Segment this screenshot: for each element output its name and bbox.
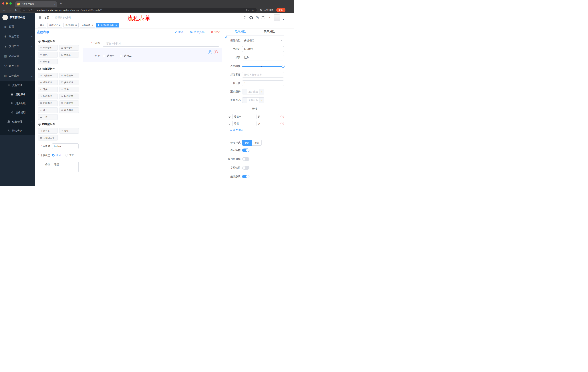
decrease-icon[interactable]: −	[242, 89, 247, 94]
chip-date-range[interactable]: ▥日期范围	[59, 100, 79, 106]
phone-input[interactable]	[103, 40, 219, 47]
link-icon[interactable]	[225, 36, 228, 39]
sidebar-item-process-management[interactable]: ≣ 流程管理 ▴	[0, 81, 35, 90]
sidebar-item-dev-tools[interactable]: ⚒ 研发工具 ▾	[0, 61, 35, 71]
option1-name-input[interactable]	[232, 114, 255, 119]
form-grid-slider[interactable]	[242, 63, 284, 69]
increase-icon[interactable]: +	[259, 89, 264, 94]
tag-close-icon[interactable]: ✕	[75, 24, 77, 26]
reload-icon[interactable]: ↻	[15, 9, 18, 12]
min-select-value[interactable]: 至少应选	[247, 89, 259, 94]
tag-process-form[interactable]: 流程表单✕	[80, 23, 95, 28]
delete-component-icon[interactable]	[214, 50, 218, 54]
minimize-window-button[interactable]	[6, 2, 8, 5]
tag-process-form-edit[interactable]: 流程表单-编辑✕	[96, 23, 119, 28]
chip-cascader[interactable]: ⋔级联选择	[59, 73, 79, 78]
breadcrumb-home[interactable]: 首页	[44, 16, 49, 19]
browser-tab[interactable]: 芋道管理系统 ✕	[15, 1, 57, 7]
border-toggle[interactable]	[242, 157, 249, 161]
chip-button[interactable]: ▱按钮	[59, 128, 79, 134]
status-off-radio[interactable]: 关闭	[65, 154, 74, 157]
chip-color-picker[interactable]: ⊚颜色选择	[59, 107, 79, 113]
sidebar-item-infrastructure[interactable]: ▦ 基础设施 ▾	[0, 51, 35, 61]
max-select-stepper[interactable]: − 最多可选 +	[242, 97, 264, 103]
chip-password[interactable]: ∗密码	[38, 52, 58, 57]
tag-close-icon[interactable]: ✕	[115, 24, 117, 26]
drag-handle-icon[interactable]	[228, 115, 231, 118]
tag-process-model[interactable]: 流程模型✕	[63, 23, 79, 28]
drag-handle-icon[interactable]	[228, 122, 231, 125]
github-icon[interactable]	[249, 16, 253, 20]
option2-name-input[interactable]	[232, 121, 255, 126]
slider-handle[interactable]	[282, 65, 284, 68]
show-label-toggle[interactable]	[242, 149, 249, 152]
tag-close-icon[interactable]: ✕	[59, 24, 61, 26]
gender-field[interactable]: 性别 选项一 选项二	[83, 54, 222, 57]
phone-field[interactable]: 手机号	[83, 40, 219, 47]
disabled-toggle[interactable]	[242, 166, 249, 170]
form-canvas[interactable]: 手机号 性别 选项一	[81, 36, 224, 186]
search-icon[interactable]	[243, 16, 247, 19]
sidebar-item-leave-query[interactable]: 请假查询	[0, 126, 35, 135]
tag-process-definition[interactable]: 流程定义✕	[47, 23, 63, 28]
chip-select[interactable]: ⊙下拉选择	[38, 73, 58, 78]
decrease-icon[interactable]: −	[242, 97, 247, 103]
close-window-button[interactable]	[2, 2, 4, 5]
add-option-button[interactable]: ⊕ 添加选项	[230, 129, 284, 132]
chip-row-container[interactable]: ▢行容器	[38, 128, 58, 134]
tag-home[interactable]: 首页	[38, 23, 46, 28]
help-icon[interactable]: ?	[256, 16, 259, 19]
sidebar-item-task-management[interactable]: 任务管理 ▾	[0, 117, 35, 126]
new-tab-button[interactable]: +	[60, 2, 62, 5]
chip-upload[interactable]: ☁上传	[38, 114, 58, 120]
chip-date-picker[interactable]: ▤日期选择	[38, 100, 58, 106]
chip-checkbox-group[interactable]: ☑多选框组	[59, 80, 79, 85]
tab-form-properties[interactable]: 表单属性	[264, 28, 275, 35]
chip-counter[interactable]: 123计数器	[59, 52, 79, 57]
remark-textarea[interactable]: 嘿嘿	[52, 162, 79, 172]
font-size-icon[interactable]: TT	[267, 16, 270, 19]
key-icon[interactable]	[246, 9, 249, 11]
style-button-button[interactable]: 按钮	[252, 140, 262, 146]
gender-option2-checkbox[interactable]: 选项二	[120, 54, 132, 57]
sidebar-item-payment-management[interactable]: ¥ 支付管理 ▾	[0, 42, 35, 51]
style-default-button[interactable]: 默认	[242, 140, 252, 146]
form-name-input[interactable]	[52, 143, 79, 149]
max-select-value[interactable]: 最多可选	[247, 97, 259, 103]
component-type-select[interactable]: 多选框组 ▾	[242, 38, 284, 43]
title-input[interactable]	[242, 55, 284, 60]
min-select-stepper[interactable]: − 至少应选 +	[242, 89, 264, 95]
hamburger-icon[interactable]	[38, 16, 41, 19]
update-button[interactable]: 更新	[276, 8, 285, 12]
sidebar-item-system-management[interactable]: ⚙ 系统管理 ▾	[0, 32, 35, 42]
view-json-button[interactable]: 查看json	[190, 30, 204, 34]
bookmark-star-icon[interactable]: ☆	[252, 8, 254, 12]
chip-time-picker[interactable]: ◷时间选择	[38, 94, 58, 99]
chip-switch[interactable]: ◐开关	[38, 87, 58, 92]
sidebar-item-user-group[interactable]: 用户分组	[0, 99, 35, 108]
status-on-radio[interactable]: 开启	[52, 154, 61, 157]
chip-slider[interactable]: ↔滑块	[59, 87, 79, 92]
label-width-input[interactable]	[242, 72, 284, 77]
option1-value-input[interactable]	[257, 114, 279, 119]
avatar[interactable]	[274, 14, 280, 21]
remove-option-icon[interactable]: −	[281, 115, 284, 118]
tab-close-icon[interactable]: ✕	[53, 3, 55, 5]
browser-menu-icon[interactable]: ⋮	[288, 8, 291, 12]
sidebar-item-process-model[interactable]: 流程模型	[0, 108, 35, 117]
remove-option-icon[interactable]: −	[281, 122, 284, 125]
sidebar-item-workflow[interactable]: ◫ 工作流程 ▴	[0, 71, 35, 81]
chip-table[interactable]: ▦表格[开发中]	[38, 135, 58, 140]
chip-single-line-text[interactable]: ▭单行文本	[38, 45, 58, 51]
increase-icon[interactable]: +	[259, 97, 264, 103]
clear-button[interactable]: 清空	[211, 30, 220, 34]
copy-component-icon[interactable]	[208, 50, 212, 54]
back-icon[interactable]: ←	[3, 9, 6, 12]
tag-close-icon[interactable]: ✕	[91, 24, 93, 26]
sidebar-item-process-form[interactable]: ▤ 流程表单	[0, 90, 35, 99]
chip-radio-group[interactable]: ◉单选框组	[38, 80, 58, 85]
sidebar-item-home[interactable]: ⊞ 首页	[0, 22, 35, 32]
tab-component-properties[interactable]: 组件属性	[235, 28, 246, 35]
chip-time-range[interactable]: ⇆时间范围	[59, 94, 79, 99]
security-warning[interactable]: ⚠ 不安全	[23, 9, 32, 12]
